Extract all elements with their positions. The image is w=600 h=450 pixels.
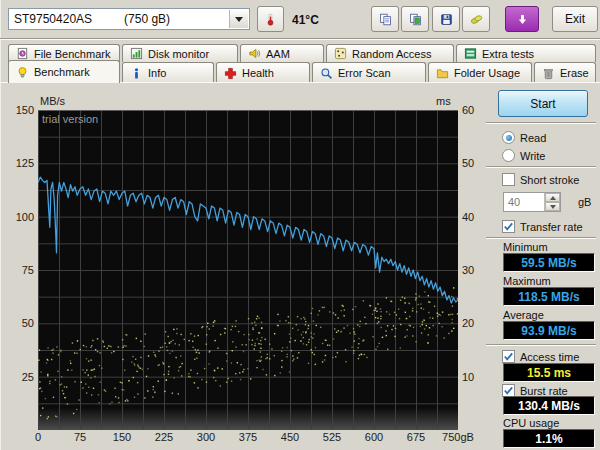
lightbulb-icon [16, 66, 29, 79]
short-stroke-size-stepper[interactable]: 40 [503, 192, 561, 212]
save-floppy-icon [440, 13, 453, 26]
maximum-label: Maximum [503, 275, 551, 287]
tab-error-scan[interactable]: Error Scan [312, 62, 426, 83]
exit-label: Exit [565, 12, 585, 26]
temperature-button[interactable] [257, 6, 284, 32]
transfer-rate-label: Transfer rate [520, 221, 583, 233]
y-right-tick-label: 10 [462, 371, 474, 383]
stepper-value: 40 [504, 193, 544, 211]
cpu-usage-label: CPU usage [503, 417, 559, 429]
read-label: Read [520, 132, 546, 144]
start-button[interactable]: Start [498, 90, 588, 117]
tab-extra-tests[interactable]: Extra tests [456, 44, 596, 62]
tab-label: Extra tests [482, 48, 534, 60]
y-left-tick-label: 25 [2, 371, 34, 383]
burst-rate-value: 130.4 MB/s [503, 396, 595, 415]
y-right-tick-label: 40 [462, 211, 474, 223]
options-icon [470, 13, 483, 26]
disk-monitor-icon [130, 47, 143, 60]
short-stroke-checkbox[interactable]: Short stroke [502, 173, 579, 186]
y-right-tick-label: 20 [462, 317, 474, 329]
tab-label: Health [242, 67, 274, 79]
benchmark-plot [38, 110, 458, 430]
checkbox-checked-icon [502, 220, 515, 233]
exit-button[interactable]: Exit [552, 6, 598, 32]
tab-health[interactable]: Health [216, 62, 310, 83]
y-left-tick-label: 150 [2, 104, 34, 116]
radio-unselected-icon [502, 149, 515, 162]
x-tick-label: 225 [155, 431, 173, 443]
tab-erase[interactable]: Erase [534, 62, 596, 83]
maximum-value: 118.5 MB/s [503, 287, 595, 306]
separator [486, 237, 596, 239]
copy-text-icon [379, 13, 392, 26]
separator [486, 122, 596, 124]
write-label: Write [520, 150, 545, 162]
toolbar: ST9750420AS (750 gB) 41°C [0, 0, 600, 40]
x-tick-label: 450 [281, 431, 299, 443]
drive-name: ST9750420AS [14, 12, 92, 26]
x-tick-label: 0 [35, 431, 41, 443]
tab-folder-usage[interactable]: Folder Usage [428, 62, 532, 83]
stepper-down-button[interactable] [545, 202, 560, 211]
x-tick-label: 525 [323, 431, 341, 443]
drive-selector[interactable]: ST9750420AS (750 gB) [8, 8, 250, 30]
trash-icon [542, 67, 555, 80]
minimum-value: 59.5 MB/s [503, 253, 595, 272]
tab-label: Erase [560, 67, 589, 79]
tab-random-access[interactable]: Random Access [326, 44, 454, 62]
minimum-label: Minimum [503, 241, 548, 253]
drive-selector-dropdown[interactable] [229, 10, 248, 28]
stepper-up-button[interactable] [545, 193, 560, 202]
extra-tests-icon [464, 47, 477, 60]
y-right-axis-unit: ms [436, 95, 451, 107]
random-access-icon [334, 47, 347, 60]
average-value: 93.9 MB/s [503, 321, 595, 340]
y-right-tick-label: 50 [462, 157, 474, 169]
info-icon [130, 67, 143, 80]
file-benchmark-icon [16, 47, 29, 60]
y-left-tick-label: 100 [2, 211, 34, 223]
separator [486, 166, 596, 168]
cpu-usage-value: 1.1% [503, 429, 595, 448]
x-tick-label: 375 [239, 431, 257, 443]
chevron-down-icon [235, 17, 243, 22]
transfer-rate-checkbox[interactable]: Transfer rate [502, 220, 583, 233]
tab-benchmark[interactable]: Benchmark [8, 60, 120, 83]
update-button[interactable] [505, 6, 539, 32]
toolbar-divider [0, 38, 600, 40]
folder-icon [436, 67, 449, 80]
tab-label: File Benchmark [34, 48, 110, 60]
x-tick-label: 150 [113, 431, 131, 443]
radio-selected-icon [502, 131, 515, 144]
access-time-checkbox[interactable]: Access time [502, 350, 579, 363]
save-button[interactable] [432, 6, 460, 32]
tab-label: Info [148, 67, 166, 79]
triangle-up-icon [550, 196, 556, 200]
health-cross-icon [224, 67, 237, 80]
tab-info[interactable]: Info [122, 62, 214, 83]
copy-image-icon [409, 13, 422, 26]
copy-image-button[interactable] [401, 6, 429, 32]
aam-speaker-icon [248, 47, 261, 60]
y-left-axis-unit: MB/s [40, 95, 65, 107]
tab-aam[interactable]: AAM [240, 44, 324, 62]
x-tick-label: 675 [407, 431, 425, 443]
thermometer-icon [264, 13, 277, 26]
y-left-tick-label: 125 [2, 157, 34, 169]
burst-rate-label: Burst rate [520, 385, 568, 397]
y-left-tick-label: 50 [2, 317, 34, 329]
tab-label: Error Scan [338, 67, 391, 79]
options-button[interactable] [462, 6, 490, 32]
short-stroke-label: Short stroke [520, 174, 579, 186]
magnifier-icon [320, 67, 333, 80]
x-tick-label: 75 [74, 431, 86, 443]
hd-tune-window: ST9750420AS (750 gB) 41°C [0, 0, 600, 450]
tab-disk-monitor[interactable]: Disk monitor [122, 44, 238, 62]
read-radio[interactable]: Read [502, 131, 546, 144]
drive-capacity: (750 gB) [124, 12, 170, 26]
write-radio[interactable]: Write [502, 149, 545, 162]
copy-text-button[interactable] [371, 6, 399, 32]
download-arrow-icon [516, 13, 529, 26]
x-tick-label: 750gB [442, 431, 474, 443]
